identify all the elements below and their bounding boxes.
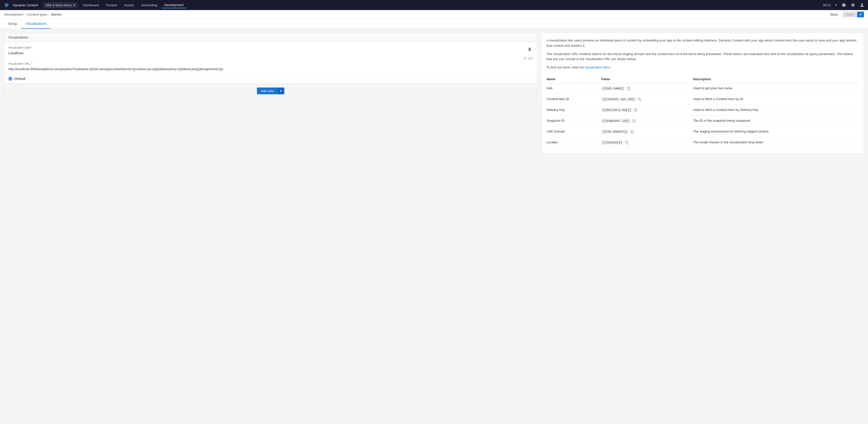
tabs-bar: Setup Visualizations: [0, 19, 868, 29]
add-new-dropdown-button[interactable]: ▾: [278, 87, 284, 94]
breadcrumb-actions: Back Save ▾: [827, 11, 864, 17]
copy-token-0-icon[interactable]: [627, 87, 631, 90]
token-value-5: {{locales}}: [601, 137, 693, 148]
visualizations-card-header: Visualizations: [4, 33, 537, 42]
col-name-header: Name: [547, 75, 601, 83]
visualization-entry: Visualization label* Localhost 9 / 120 V…: [4, 42, 537, 74]
token-desc-1: Used to fetch a Content Item by ID: [693, 94, 859, 105]
app-title: Dynamic Content: [13, 3, 38, 7]
viz-label-group: Visualization label* Localhost: [8, 46, 526, 56]
token-desc-0: Used to get your hub name: [693, 83, 859, 94]
table-row: Locales {{locales}} The locale chosen in…: [547, 137, 859, 148]
visualizations-card: Visualizations Visualization label* Loca…: [4, 33, 537, 98]
default-row: Default: [4, 74, 537, 83]
table-row: VSE Domain {{vse.domain}} The staging en…: [547, 126, 859, 137]
save-button[interactable]: Save: [843, 11, 857, 17]
main-layout: Visualizations Visualization label* Loca…: [0, 29, 868, 424]
add-new-button[interactable]: Add new: [257, 87, 278, 94]
token-value-4: {{vse.domain}}: [601, 126, 693, 137]
default-radio[interactable]: [8, 77, 12, 81]
save-button-group: Save ▾: [843, 11, 864, 17]
copy-token-5-icon[interactable]: [625, 141, 629, 144]
token-code-2: {{delivery.key}}: [601, 108, 633, 112]
char-count: 9 / 120: [8, 57, 533, 60]
copy-token-4-icon[interactable]: [631, 130, 634, 134]
save-dropdown-button[interactable]: ▾: [857, 11, 864, 17]
breadcrumb-development[interactable]: Development: [4, 12, 23, 16]
token-value-0: {{hub.name}}: [601, 83, 693, 94]
tab-visualizations[interactable]: Visualizations: [21, 19, 51, 29]
token-value-1: {{content.sys.id}}: [601, 94, 693, 105]
token-name-5: Locales: [547, 137, 601, 148]
default-label: Default: [14, 77, 25, 81]
right-panel: A visualization lets users preview an in…: [537, 33, 864, 421]
info-para-1: A visualization lets users preview an in…: [547, 38, 859, 49]
visualizations-heading: Visualizations: [8, 35, 28, 39]
nav-right-area: 08:51 ▾: [823, 2, 865, 8]
save-dropdown-caret: ▾: [860, 12, 862, 16]
breadcrumb-bar: Development / Content types / Banner Bac…: [0, 10, 868, 19]
workspace-label: Milk & More demo: [46, 3, 72, 7]
viz-label-value[interactable]: Localhost: [8, 50, 526, 56]
nav-item-scheduling[interactable]: Scheduling: [138, 2, 160, 8]
table-row: Delivery Key {{delivery.key}} Used to fe…: [547, 105, 859, 115]
nav-caret-icon[interactable]: ▾: [834, 2, 838, 8]
breadcrumb-sep-2: /: [49, 12, 50, 16]
token-value-2: {{delivery.key}}: [601, 105, 693, 115]
viz-url-value[interactable]: http://localhost:3000/amplience-visualiz…: [8, 66, 480, 72]
info-para-3: To find out more, read our visualization…: [547, 65, 859, 70]
left-panel: Visualizations Visualization label* Loca…: [4, 33, 537, 421]
help-icon[interactable]: [841, 2, 847, 8]
back-button[interactable]: Back: [827, 11, 841, 17]
nav-item-content[interactable]: Content: [103, 2, 120, 8]
copy-token-2-icon[interactable]: [634, 108, 638, 112]
nav-item-dashboard[interactable]: Dashboard: [80, 2, 102, 8]
token-code-3: {{snapshot.id}}: [601, 119, 631, 123]
token-code-5: {{locales}}: [601, 140, 624, 145]
token-desc-3: The ID of the snapshot being visualized: [693, 115, 859, 126]
col-token-header: Token: [601, 75, 693, 83]
nav-item-development[interactable]: Development: [161, 2, 187, 8]
breadcrumb-current: Banner: [51, 12, 62, 16]
table-row: Snapshot ID {{snapshot.id}} The ID of th…: [547, 115, 859, 126]
tab-setup[interactable]: Setup: [4, 19, 21, 29]
breadcrumb-content-types[interactable]: Content types: [27, 12, 47, 16]
token-code-0: {{hub.name}}: [601, 86, 625, 91]
viz-entry-header: Visualization label* Localhost: [8, 46, 533, 56]
viz-url-field-label: Visualization URL *: [8, 62, 533, 65]
info-panel: A visualization lets users preview an in…: [541, 33, 864, 153]
nav-time: 08:51: [823, 3, 831, 7]
copy-token-1-icon[interactable]: [638, 97, 642, 101]
token-table: Name Token Description Hub {{hub.name}} …: [547, 75, 859, 148]
viz-label-field-label: Visualization label*: [8, 46, 526, 49]
visualization-docs-link[interactable]: visualization docs: [585, 65, 610, 69]
token-name-0: Hub: [547, 83, 601, 94]
add-new-dropdown-caret: ▾: [280, 89, 282, 93]
token-name-4: VSE Domain: [547, 126, 601, 137]
delete-visualization-button[interactable]: [526, 46, 533, 53]
token-desc-5: The locale chosen in the visualization d…: [693, 137, 859, 148]
workspace-caret: ▾: [73, 3, 75, 7]
workspace-dropdown[interactable]: Milk & More demo ▾: [43, 2, 78, 8]
nav-item-assets[interactable]: Assets: [121, 2, 137, 8]
col-desc-header: Description: [693, 75, 859, 83]
token-code-1: {{content.sys.id}}: [601, 97, 637, 102]
copy-token-3-icon[interactable]: [632, 119, 636, 123]
top-navigation: Dynamic Content Milk & More demo ▾ Dashb…: [0, 0, 868, 10]
token-name-2: Delivery Key: [547, 105, 601, 115]
radio-inner: [9, 78, 11, 80]
token-name-3: Snapshot ID: [547, 115, 601, 126]
table-row: Hub {{hub.name}} Used to get your hub na…: [547, 83, 859, 94]
token-code-4: {{vse.domain}}: [601, 130, 629, 134]
settings-icon[interactable]: [850, 2, 856, 8]
breadcrumb: Development / Content types / Banner: [4, 12, 62, 16]
table-row: Content item ID {{content.sys.id}} Used …: [547, 94, 859, 105]
breadcrumb-sep-1: /: [25, 12, 26, 16]
token-value-3: {{snapshot.id}}: [601, 115, 693, 126]
token-desc-4: The staging environment for fetching sta…: [693, 126, 859, 137]
token-name-1: Content item ID: [547, 94, 601, 105]
app-logo: [3, 1, 10, 8]
add-new-row: Add new ▾: [4, 83, 537, 98]
user-icon[interactable]: [859, 2, 865, 8]
required-marker: *: [31, 46, 32, 49]
